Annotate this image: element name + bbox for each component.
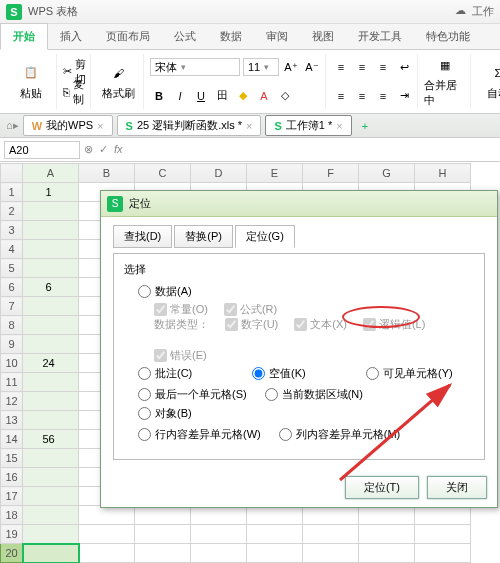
cell[interactable] [247,525,303,544]
cell[interactable] [23,525,79,544]
radio-visible[interactable]: 可见单元格(Y) [366,366,462,381]
cell[interactable] [23,240,79,259]
font-select[interactable]: 宋体 [150,58,240,76]
tab-formula[interactable]: 公式 [162,24,208,49]
cell[interactable] [23,373,79,392]
close-icon[interactable]: × [246,120,252,132]
tab-data[interactable]: 数据 [208,24,254,49]
row-header[interactable]: 18 [1,506,23,525]
cell[interactable]: 24 [23,354,79,373]
cell[interactable]: 6 [23,278,79,297]
row-header[interactable]: 16 [1,468,23,487]
col-header[interactable]: G [359,164,415,183]
dlg-tab-goto[interactable]: 定位(G) [235,225,295,248]
cell[interactable] [359,525,415,544]
col-header[interactable]: C [135,164,191,183]
cell[interactable] [359,544,415,563]
row-header[interactable]: 20 [1,544,23,563]
radio-curdata[interactable]: 当前数据区域(N) [265,387,363,402]
cancel-fx-icon[interactable]: ⊗ [84,143,93,156]
cell[interactable] [79,506,135,525]
tab-layout[interactable]: 页面布局 [94,24,162,49]
cell[interactable] [247,506,303,525]
col-header[interactable]: F [303,164,359,183]
row-header[interactable]: 5 [1,259,23,278]
font-color-icon[interactable]: A [255,87,273,105]
cell[interactable]: 1 [23,183,79,202]
row-header[interactable]: 14 [1,430,23,449]
cell[interactable] [303,525,359,544]
align-bot-icon[interactable]: ≡ [374,58,392,76]
wrap-icon[interactable]: ↩ [395,58,413,76]
align-mid-icon[interactable]: ≡ [353,58,371,76]
close-button[interactable]: 关闭 [427,476,487,499]
align-left-icon[interactable]: ≡ [332,87,350,105]
dlg-tab-replace[interactable]: 替换(P) [174,225,233,248]
cell[interactable] [303,544,359,563]
close-icon[interactable]: × [336,120,342,132]
cell[interactable] [23,316,79,335]
italic-icon[interactable]: I [171,87,189,105]
row-header[interactable]: 17 [1,487,23,506]
underline-icon[interactable]: U [192,87,210,105]
radio-lastcell[interactable]: 最后一个单元格(S) [138,387,247,402]
cell[interactable] [415,506,471,525]
tab-view[interactable]: 视图 [300,24,346,49]
corner-cell[interactable] [1,164,23,183]
cell[interactable] [23,468,79,487]
row-header[interactable]: 10 [1,354,23,373]
cell[interactable] [359,506,415,525]
cell[interactable] [415,544,471,563]
radio-blank[interactable]: 空值(K) [252,366,348,381]
col-header[interactable]: E [247,164,303,183]
cell[interactable] [191,506,247,525]
cell[interactable] [135,506,191,525]
cell[interactable] [79,525,135,544]
close-icon[interactable]: × [97,120,103,132]
row-header[interactable]: 15 [1,449,23,468]
cell[interactable] [23,202,79,221]
cell[interactable] [23,506,79,525]
row-header[interactable]: 2 [1,202,23,221]
workspace-icon[interactable]: ☁ [455,4,466,19]
new-tab-button[interactable]: + [356,120,374,132]
name-box[interactable]: A20 [4,141,80,159]
doc-tab-2[interactable]: S 工作簿1 * × [265,115,351,136]
cell[interactable] [23,544,79,563]
cell[interactable] [23,411,79,430]
radio-object[interactable]: 对象(B) [138,406,234,421]
dialog-titlebar[interactable]: S 定位 [101,191,497,217]
cell[interactable] [79,544,135,563]
col-header[interactable]: D [191,164,247,183]
radio-coldiff[interactable]: 列内容差异单元格(M) [279,427,401,442]
cell[interactable] [415,525,471,544]
doc-tab-wps[interactable]: W 我的WPS × [23,115,113,136]
row-header[interactable]: 7 [1,297,23,316]
increase-font-icon[interactable]: A⁺ [282,58,300,76]
copy-button[interactable]: ⎘复制 [63,83,86,101]
row-header[interactable]: 8 [1,316,23,335]
cell[interactable] [23,221,79,240]
cell[interactable] [247,544,303,563]
radio-rowdiff[interactable]: 行内容差异单元格(W) [138,427,261,442]
merge-button[interactable]: ▦ 合并居中 [424,54,466,108]
cell[interactable]: 56 [23,430,79,449]
cell[interactable] [23,487,79,506]
radio-data[interactable]: 数据(A) [138,284,234,299]
row-header[interactable]: 1 [1,183,23,202]
row-header[interactable]: 9 [1,335,23,354]
cell[interactable] [191,525,247,544]
tab-dev[interactable]: 开发工具 [346,24,414,49]
radio-comment[interactable]: 批注(C) [138,366,234,381]
format-painter-button[interactable]: 🖌 格式刷 [97,54,139,108]
row-header[interactable]: 19 [1,525,23,544]
confirm-fx-icon[interactable]: ✓ [99,143,108,156]
dlg-tab-find[interactable]: 查找(D) [113,225,172,248]
tab-insert[interactable]: 插入 [48,24,94,49]
fill-color-icon[interactable]: ◆ [234,87,252,105]
col-header[interactable]: A [23,164,79,183]
cell[interactable] [135,525,191,544]
size-select[interactable]: 11 [243,58,279,76]
decrease-font-icon[interactable]: A⁻ [303,58,321,76]
col-header[interactable]: B [79,164,135,183]
